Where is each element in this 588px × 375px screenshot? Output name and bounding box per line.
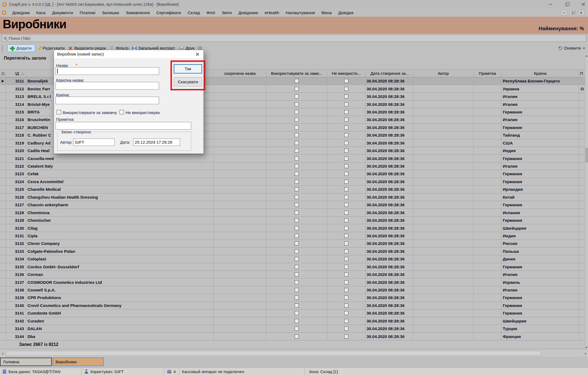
- table-row[interactable]: 3135 Cordus GmbH- Dusseldorf 30.04.2020 …: [0, 263, 585, 271]
- use-default-checkbox[interactable]: [295, 296, 299, 300]
- scroll-left-icon[interactable]: ‹: [0, 351, 5, 356]
- use-default-checkbox[interactable]: [295, 172, 299, 176]
- use-default-checkbox[interactable]: [295, 156, 299, 161]
- menu-item[interactable]: Звіти: [218, 9, 235, 16]
- use-default-checkbox[interactable]: [295, 311, 299, 315]
- not-use-checkbox[interactable]: [344, 296, 348, 300]
- header-use-default[interactable]: Використовувати за замо...: [266, 70, 327, 77]
- use-default-checkbox[interactable]: [295, 218, 299, 222]
- table-row[interactable]: 3126 Changzhou Hualian Health Dressing 3…: [0, 193, 585, 201]
- not-use-checkbox[interactable]: [344, 303, 348, 308]
- not-use-checkbox[interactable]: [344, 156, 348, 161]
- table-row[interactable]: 3143 DALAN 30.04.2020 08:28:36 Турция: [0, 325, 585, 333]
- not-use-checkbox[interactable]: [344, 334, 348, 339]
- header-short-name[interactable]: скорочена назва: [214, 70, 266, 77]
- use-default-checkbox[interactable]: [295, 187, 299, 191]
- not-use-checkbox[interactable]: [344, 118, 348, 122]
- not-use-checkbox[interactable]: [344, 79, 348, 83]
- not-use-checkbox[interactable]: [344, 226, 348, 230]
- use-default-checkbox[interactable]: [295, 211, 299, 215]
- table-row[interactable]: 3132 Clever Company 30.04.2020 08:28:36 …: [0, 240, 585, 247]
- column-chooser-button[interactable]: [0, 70, 6, 77]
- not-use-checkbox[interactable]: [344, 327, 348, 331]
- country-field[interactable]: [56, 97, 159, 104]
- not-use-checkbox[interactable]: [344, 180, 348, 184]
- use-default-checkbox[interactable]: [295, 226, 299, 230]
- menu-item[interactable]: Вікна: [318, 9, 335, 16]
- use-default-checkbox[interactable]: [295, 102, 299, 106]
- not-use-checkbox[interactable]: [344, 280, 348, 284]
- mdi-close-button[interactable]: [578, 10, 584, 15]
- mdi-restore-button[interactable]: [569, 10, 575, 15]
- add-button[interactable]: Додати: [7, 44, 35, 52]
- refresh-button[interactable]: Оновити: [558, 46, 581, 51]
- use-default-checkbox[interactable]: [295, 288, 299, 292]
- date-field[interactable]: 25.12.2024 17:26:26: [133, 139, 180, 146]
- use-default-checkbox[interactable]: [295, 234, 299, 238]
- use-default-checkbox[interactable]: [295, 195, 299, 199]
- menu-item[interactable]: Довідка: [335, 9, 357, 16]
- menu-item[interactable]: Замовлення: [123, 9, 153, 16]
- use-default-checkbox[interactable]: [295, 125, 299, 130]
- not-use-checkbox[interactable]: [344, 187, 348, 191]
- table-row[interactable]: 3138 Coswell S.p.A. 30.04.2020 08:28:36 …: [0, 286, 585, 294]
- not-use-checkbox[interactable]: [344, 172, 348, 176]
- not-use-checkbox[interactable]: [344, 311, 348, 315]
- note-field[interactable]: [56, 122, 191, 130]
- scroll-right-icon[interactable]: ›: [583, 351, 588, 356]
- not-use-checkbox[interactable]: [344, 87, 348, 91]
- use-default-checkbox[interactable]: [295, 203, 299, 207]
- table-row[interactable]: 3127 Chauvin ankerpharm 30.04.2020 08:28…: [0, 201, 585, 209]
- header-author[interactable]: Автор: [413, 70, 474, 77]
- table-row[interactable]: 3139 CPR Produktions 30.04.2020 08:28:36…: [0, 294, 585, 302]
- not-use-checkbox[interactable]: [344, 149, 348, 153]
- use-default-checkbox[interactable]: [295, 249, 299, 253]
- not-use-checkbox[interactable]: [344, 110, 348, 114]
- table-row[interactable]: 3131 Cipla 30.04.2020 08:28:36 Индия: [0, 232, 585, 240]
- tab-manufacturers[interactable]: Виробники: [53, 358, 104, 366]
- short-name-field[interactable]: [56, 82, 159, 90]
- dialog-close-button[interactable]: [191, 50, 203, 58]
- use-default-checkbox[interactable]: [295, 180, 299, 184]
- not-use-checkbox[interactable]: [344, 319, 348, 323]
- horizontal-scrollbar[interactable]: ‹ ›: [0, 350, 588, 357]
- menu-item[interactable]: Налаштування: [282, 9, 318, 16]
- vertical-scrollbar[interactable]: ▲ ▼: [585, 53, 588, 350]
- not-use-checkbox[interactable]: [344, 195, 348, 199]
- restore-icon[interactable]: [565, 3, 568, 6]
- use-default-checkbox[interactable]: [295, 280, 299, 284]
- use-default-checkbox[interactable]: [295, 110, 299, 114]
- use-default-checkbox[interactable]: [295, 94, 299, 99]
- use-default-checkbox[interactable]: [295, 303, 299, 308]
- not-use-checkbox[interactable]: [344, 257, 348, 261]
- name-field[interactable]: [56, 67, 159, 75]
- not-use-checkbox[interactable]: [344, 203, 348, 207]
- scroll-down-icon[interactable]: ▼: [585, 346, 588, 349]
- use-default-checkbox[interactable]: [295, 149, 299, 153]
- menu-item[interactable]: Документи: [49, 9, 76, 16]
- table-row[interactable]: 3125 Chanelle Medical 30.04.2020 08:28:3…: [0, 186, 585, 193]
- table-row[interactable]: 3123 Cefak 30.04.2020 08:28:36 Германия: [0, 170, 585, 178]
- header-not-use[interactable]: Не використо...: [327, 70, 365, 77]
- minimize-icon[interactable]: [549, 4, 552, 5]
- menu-item[interactable]: eHealth: [261, 9, 282, 16]
- scroll-up-icon[interactable]: ▲: [585, 54, 588, 57]
- table-row[interactable]: 3124 Cesra Arcneimittel 30.04.2020 08:28…: [0, 178, 585, 186]
- menu-item[interactable]: Каса: [33, 9, 49, 16]
- use-default-checkbox[interactable]: [295, 118, 299, 122]
- table-row[interactable]: 3121 Cassella-med 30.04.2020 08:28:36 Ге…: [0, 155, 585, 162]
- table-row[interactable]: 3137 COSMODOR Cosmetics Industries Ltd 3…: [0, 278, 585, 286]
- not-use-checkbox[interactable]: [344, 234, 348, 238]
- use-default-checkbox[interactable]: [295, 241, 299, 245]
- table-row[interactable]: 3129 Chemischer 30.04.2020 08:28:36 Герм…: [0, 217, 585, 224]
- use-default-checkbox[interactable]: [57, 110, 61, 114]
- toolbar-grip[interactable]: [2, 45, 3, 51]
- header-country[interactable]: Країна: [501, 70, 579, 77]
- menu-item[interactable]: Довідник: [9, 9, 33, 16]
- table-row[interactable]: 3134 Coloplast 30.04.2020 08:28:36 Дания: [0, 255, 585, 263]
- not-use-checkbox[interactable]: [344, 164, 348, 168]
- author-field[interactable]: GIFT: [73, 139, 115, 146]
- use-default-checkbox[interactable]: [295, 164, 299, 168]
- close-icon[interactable]: [581, 2, 585, 6]
- use-default-checkbox[interactable]: [295, 141, 299, 145]
